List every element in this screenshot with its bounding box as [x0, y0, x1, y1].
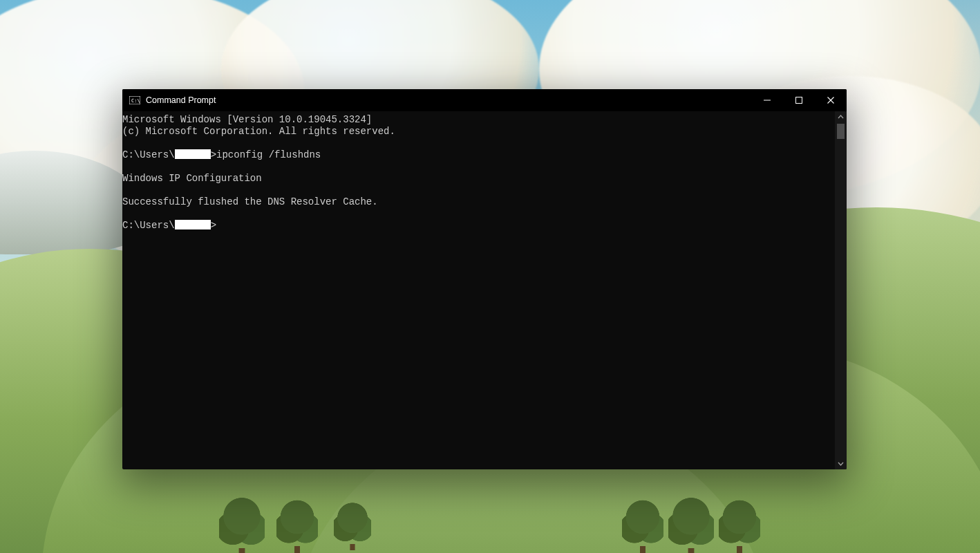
window-titlebar[interactable]: C:\ Command Prompt — [122, 89, 847, 111]
wallpaper-tree — [334, 500, 371, 550]
terminal-line: Windows IP Configuration — [122, 173, 835, 185]
maximize-icon — [795, 97, 802, 104]
terminal-line: C:\Users\>ipconfig /flushdns — [122, 149, 835, 161]
wallpaper-tree — [622, 498, 663, 553]
maximize-button[interactable] — [783, 89, 815, 111]
scrollbar-thumb[interactable] — [837, 124, 845, 139]
terminal-line: C:\Users\> — [122, 220, 835, 232]
window-title: Command Prompt — [146, 95, 216, 105]
wallpaper-tree — [719, 498, 760, 553]
close-icon — [827, 97, 834, 104]
terminal-blank-line — [122, 208, 835, 220]
scrollbar-down-button[interactable] — [835, 458, 847, 469]
wallpaper-tree — [276, 498, 318, 553]
typed-command: ipconfig /flushdns — [216, 149, 321, 160]
chevron-up-icon — [838, 114, 844, 120]
svg-rect-2 — [764, 100, 771, 101]
terminal-line: (c) Microsoft Corporation. All rights re… — [122, 126, 835, 138]
wallpaper-tree — [219, 495, 265, 553]
svg-text:C:\: C:\ — [131, 98, 140, 104]
redacted-username — [175, 220, 211, 229]
chevron-down-icon — [838, 460, 844, 467]
minimize-icon — [764, 97, 771, 104]
terminal-output[interactable]: Microsoft Windows [Version 10.0.19045.33… — [122, 111, 835, 469]
terminal-blank-line — [122, 185, 835, 196]
close-button[interactable] — [815, 89, 847, 111]
prompt-prefix: C:\Users\ — [122, 149, 175, 160]
desktop-wallpaper: C:\ Command Prompt Micros — [0, 0, 980, 553]
minimize-button[interactable] — [751, 89, 783, 111]
command-prompt-window[interactable]: C:\ Command Prompt Micros — [122, 89, 847, 469]
wallpaper-tree — [668, 495, 714, 553]
terminal-blank-line — [122, 161, 835, 173]
redacted-username — [175, 149, 211, 159]
terminal-blank-line — [122, 138, 835, 149]
terminal-body[interactable]: Microsoft Windows [Version 10.0.19045.33… — [122, 111, 847, 469]
svg-rect-3 — [796, 97, 802, 104]
vertical-scrollbar[interactable] — [835, 111, 847, 469]
command-prompt-icon: C:\ — [129, 96, 140, 104]
terminal-line: Microsoft Windows [Version 10.0.19045.33… — [122, 114, 835, 126]
scrollbar-up-button[interactable] — [835, 111, 847, 123]
terminal-line: Successfully flushed the DNS Resolver Ca… — [122, 196, 835, 208]
prompt-suffix: > — [211, 220, 216, 231]
prompt-suffix: > — [211, 149, 216, 160]
prompt-prefix: C:\Users\ — [122, 220, 175, 231]
